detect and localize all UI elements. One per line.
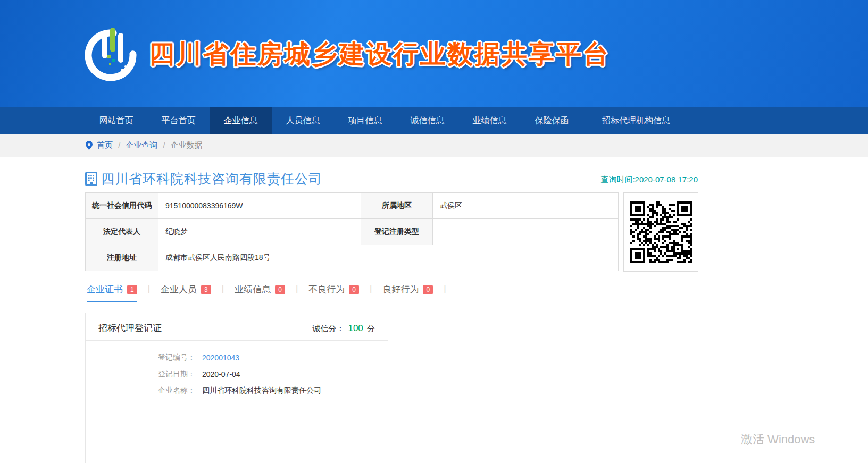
tab-certificates[interactable]: 企业证书 1 [87,283,137,302]
nav-item-personnel-info[interactable]: 人员信息 [272,107,334,134]
nav-item-project-info[interactable]: 项目信息 [334,107,396,134]
platform-logo-icon [84,21,139,84]
certificate-field-registration-date: 登记日期： 2020-07-04 [86,369,388,379]
info-label-credit-code: 统一社会信用代码 [86,193,158,219]
info-value-credit-code: 91510000083396169W [158,193,361,219]
company-name: 四川省环科院科技咨询有限责任公司 [101,170,322,188]
certificate-card: 招标代理登记证 诚信分： 100 分 登记编号： 202001043 登记日期：… [85,313,388,463]
info-value-legal-rep: 纪晓梦 [158,219,361,245]
certificate-field-registration-number: 登记编号： 202001043 [86,353,388,363]
site-title: 四川省住房城乡建设行业数据共享平台 [149,40,610,69]
tab-bad-behavior[interactable]: 不良行为 0 [308,283,359,302]
tab-count-badge: 3 [201,285,211,294]
breadcrumb-separator: / [163,141,165,150]
tab-separator: | [222,283,224,294]
certificate-title: 招标代理登记证 [98,322,162,334]
qr-box [623,192,698,272]
tab-performance[interactable]: 业绩信息 0 [235,283,285,302]
tab-separator: | [370,283,372,294]
breadcrumb-current: 企业数据 [170,140,202,150]
info-label-legal-rep: 法定代表人 [86,219,158,245]
integrity-score-label: 诚信分： [312,324,344,333]
info-label-registered-address: 注册地址 [86,245,158,271]
breadcrumb-home-link[interactable]: 首页 [97,140,113,150]
field-label: 登记日期： [86,369,195,379]
tab-personnel[interactable]: 企业人员 3 [161,283,211,302]
certificate-card-header: 招标代理登记证 诚信分： 100 分 [86,313,388,340]
company-title-row: 四川省环科院科技咨询有限责任公司 [85,170,322,188]
info-value-registration-type [433,219,619,245]
building-icon [85,172,97,186]
field-label: 登记编号： [86,353,195,363]
integrity-score: 诚信分： 100 分 [312,323,375,334]
field-value: 2020-07-04 [202,370,240,378]
nav-item-website-home[interactable]: 网站首页 [85,107,147,134]
integrity-score-unit: 分 [367,324,375,333]
info-value-region: 武侯区 [433,193,619,219]
location-pin-icon [86,141,93,150]
nav-item-insurance-guarantee[interactable]: 保险保函 [521,107,583,134]
query-time: 查询时间:2020-07-08 17:20 [600,175,698,185]
info-label-region: 所属地区 [361,193,433,219]
header-banner: 四川省住房城乡建设行业数据共享平台 [0,0,868,107]
tab-label: 良好行为 [382,283,419,296]
field-value: 四川省环科院科技咨询有限责任公司 [202,386,321,395]
tab-count-badge: 0 [275,285,285,294]
registration-number-link[interactable]: 202001043 [202,353,239,362]
info-label-registration-type: 登记注册类型 [361,219,433,245]
tab-separator: | [148,283,150,294]
breadcrumb-enterprise-query-link[interactable]: 企业查询 [126,140,157,150]
info-value-registered-address: 成都市武侯区人民南路四段18号 [158,245,619,271]
page: 四川省住房城乡建设行业数据共享平台 网站首页 平台首页 企业信息 人员信息 项目… [0,0,868,463]
table-row: 注册地址 成都市武侯区人民南路四段18号 [86,245,619,271]
tab-label: 企业人员 [161,283,197,296]
main-content: 四川省环科院科技咨询有限责任公司 查询时间:2020-07-08 17:20 统… [0,157,868,463]
company-info-table: 统一社会信用代码 91510000083396169W 所属地区 武侯区 法定代… [85,192,619,271]
nav-item-platform-home[interactable]: 平台首页 [147,107,210,134]
nav-item-enterprise-info[interactable]: 企业信息 [210,107,272,134]
table-row: 法定代表人 纪晓梦 登记注册类型 [86,219,619,245]
nav-item-bidding-agency-info[interactable]: 招标代理机构信息 [583,107,689,134]
breadcrumb: 首页 / 企业查询 / 企业数据 [0,134,868,157]
company-detail-tabs: 企业证书 1 | 企业人员 3 | 业绩信息 0 | 不良行为 0 | 良好行为… [87,283,457,302]
tab-good-behavior[interactable]: 良好行为 0 [382,283,433,302]
tab-separator: | [444,283,446,294]
breadcrumb-separator: / [118,141,120,150]
certificate-field-company-name: 企业名称： 四川省环科院科技咨询有限责任公司 [86,386,388,395]
qr-code [630,201,692,263]
nav-item-integrity-info[interactable]: 诚信信息 [396,107,458,134]
field-label: 企业名称： [86,386,195,395]
integrity-score-value: 100 [348,323,363,333]
main-nav: 网站首页 平台首页 企业信息 人员信息 项目信息 诚信信息 业绩信息 保险保函 … [0,107,868,134]
tab-label: 企业证书 [87,283,123,296]
windows-activation-watermark: 激活 Windows [741,432,815,448]
tab-count-badge: 0 [423,285,433,294]
certificate-card-body: 登记编号： 202001043 登记日期： 2020-07-04 企业名称： 四… [86,341,388,395]
tab-separator: | [296,283,298,294]
tab-count-badge: 0 [349,285,359,294]
table-row: 统一社会信用代码 91510000083396169W 所属地区 武侯区 [86,193,619,219]
tab-label: 业绩信息 [235,283,271,296]
tab-label: 不良行为 [308,283,345,296]
tab-count-badge: 1 [127,285,137,294]
nav-item-performance-info[interactable]: 业绩信息 [458,107,521,134]
